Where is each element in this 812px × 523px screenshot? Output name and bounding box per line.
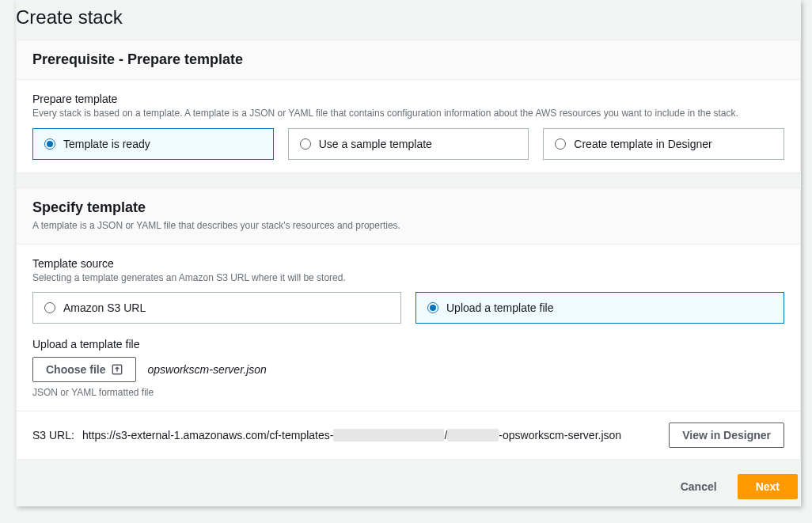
view-in-designer-button[interactable]: View in Designer bbox=[669, 423, 784, 448]
radio-icon bbox=[427, 302, 438, 313]
radio-icon bbox=[300, 138, 311, 150]
prerequisite-heading: Prerequisite - Prepare template bbox=[32, 51, 784, 68]
radio-icon bbox=[555, 138, 566, 150]
radio-icon bbox=[44, 302, 55, 313]
redacted-segment bbox=[333, 429, 444, 442]
option-label: Template is ready bbox=[63, 138, 150, 150]
next-button[interactable]: Next bbox=[738, 474, 798, 499]
view-in-designer-label: View in Designer bbox=[682, 429, 771, 442]
s3-url-label: S3 URL: bbox=[32, 429, 74, 442]
footer-actions: Cancel Next bbox=[16, 474, 801, 499]
option-label: Create template in Designer bbox=[574, 138, 711, 150]
s3-url-prefix: https://s3-external-1.amazonaws.com/cf-t… bbox=[82, 429, 333, 442]
prerequisite-header: Prerequisite - Prepare template bbox=[17, 40, 800, 80]
template-source-label: Template source bbox=[32, 257, 784, 270]
option-create-designer[interactable]: Create template in Designer bbox=[543, 128, 784, 160]
template-source-desc: Selecting a template generates an Amazon… bbox=[32, 271, 784, 285]
upload-hint: JSON or YAML formatted file bbox=[32, 387, 784, 398]
upload-label: Upload a template file bbox=[32, 338, 784, 351]
s3-url-suffix: -opsworkscm-server.json bbox=[499, 429, 621, 442]
cancel-button[interactable]: Cancel bbox=[668, 476, 730, 498]
option-label: Amazon S3 URL bbox=[63, 301, 146, 314]
option-label: Upload a template file bbox=[446, 301, 553, 314]
prepare-template-desc: Every stack is based on a template. A te… bbox=[32, 107, 784, 120]
option-template-ready[interactable]: Template is ready bbox=[32, 128, 274, 160]
uploaded-filename: opsworkscm-server.json bbox=[147, 363, 266, 376]
specify-subtext: A template is a JSON or YAML file that d… bbox=[32, 219, 784, 233]
choose-file-label: Choose file bbox=[46, 363, 105, 376]
radio-icon bbox=[44, 138, 55, 150]
page-title: Create stack bbox=[16, 0, 801, 40]
specify-header: Specify template A template is a JSON or… bbox=[17, 188, 800, 244]
template-source-options: Amazon S3 URL Upload a template file bbox=[32, 292, 784, 324]
prerequisite-body: Prepare template Every stack is based on… bbox=[17, 80, 800, 172]
prerequisite-panel: Prerequisite - Prepare template Prepare … bbox=[16, 40, 801, 173]
prepare-template-label: Prepare template bbox=[32, 93, 784, 105]
upload-icon bbox=[112, 364, 123, 375]
choose-file-button[interactable]: Choose file bbox=[32, 357, 136, 382]
option-sample-template[interactable]: Use a sample template bbox=[288, 128, 529, 160]
option-upload-template[interactable]: Upload a template file bbox=[415, 292, 784, 324]
option-label: Use a sample template bbox=[319, 138, 432, 150]
upload-section: Upload a template file Choose file opswo… bbox=[32, 338, 784, 398]
prepare-template-options: Template is ready Use a sample template … bbox=[32, 128, 784, 160]
specify-body: Template source Selecting a template gen… bbox=[17, 244, 800, 411]
s3-url-row: S3 URL: https://s3-external-1.amazonaws.… bbox=[17, 411, 800, 459]
specify-heading: Specify template bbox=[32, 199, 784, 216]
s3-url-value: https://s3-external-1.amazonaws.com/cf-t… bbox=[82, 429, 621, 442]
specify-template-panel: Specify template A template is a JSON or… bbox=[16, 188, 801, 460]
redacted-segment bbox=[447, 429, 499, 442]
option-amazon-s3-url[interactable]: Amazon S3 URL bbox=[32, 292, 401, 324]
